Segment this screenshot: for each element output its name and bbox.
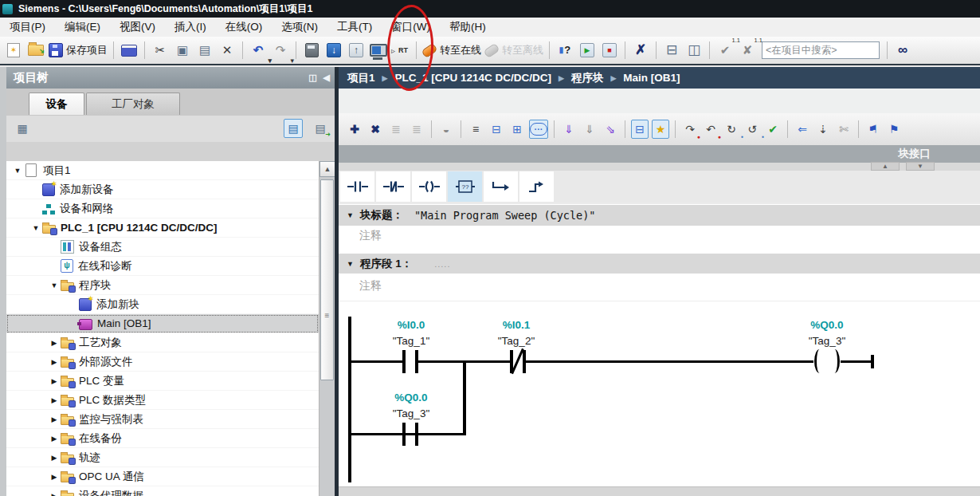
remove-online-assignment-button[interactable]: ✘1.1 <box>738 40 757 61</box>
split-editor-horizontal-button[interactable]: ⊟ <box>662 40 681 61</box>
coil-button[interactable] <box>412 171 446 202</box>
previous-bookmark-button[interactable]: ⚑ <box>864 120 882 139</box>
save-project-button[interactable]: 保存项目 <box>49 40 108 61</box>
open-project-button[interactable] <box>26 40 45 61</box>
tree-item-plc-data-types[interactable]: ▶PLC 数据类型 <box>6 391 319 410</box>
expand-open-icon[interactable]: ▼ <box>11 167 24 175</box>
tree-item-plc-tags[interactable]: ▶PLC 变量 <box>6 372 319 391</box>
tree-item-online-backups[interactable]: ▶在线备份 <box>6 429 319 448</box>
open-all-networks-button[interactable]: ⊞ <box>508 120 526 139</box>
tab-devices[interactable]: 设备 <box>29 93 84 115</box>
expand-closed-icon[interactable]: ▶ <box>48 415 61 423</box>
block-title-row[interactable]: ▼ 块标题： "Main Program Sweep (Cycle)" <box>339 204 980 226</box>
expand-closed-icon[interactable]: ▶ <box>48 473 61 481</box>
tree-scrollbar[interactable]: ▲ ≡ <box>319 161 335 496</box>
tree-item-device-proxy-data[interactable]: ▶设备代理数据 <box>6 486 319 496</box>
coil-address[interactable]: %Q0.0 <box>783 319 871 331</box>
tree-item-add-new-device[interactable]: 添加新设备 <box>6 180 319 199</box>
accessible-devices-button[interactable]: ? <box>555 40 574 61</box>
menu-project[interactable]: 项目(P) <box>0 18 55 36</box>
no-contact-element[interactable] <box>399 346 423 376</box>
go-offline-button[interactable]: 转至离线 <box>484 40 543 61</box>
download-to-device-button[interactable]: ↓ <box>324 40 343 61</box>
new-project-button[interactable]: ✶ <box>4 40 23 61</box>
network-1-header[interactable]: ▼ 程序段 1： ..... <box>339 254 980 274</box>
menu-insert[interactable]: 插入(I) <box>165 18 216 36</box>
redo-button[interactable]: ↷▾ <box>271 40 290 61</box>
start-cpu-button[interactable]: ▶ <box>578 40 597 61</box>
save-to-memory-card-button[interactable] <box>302 40 321 61</box>
menu-options[interactable]: 选项(N) <box>272 18 327 36</box>
synchronize-button[interactable]: ↺▪ <box>743 120 761 139</box>
dock-panel-icon[interactable]: ◫ <box>308 73 316 83</box>
expand-closed-icon[interactable]: ▶ <box>48 492 61 496</box>
project-search-input[interactable] <box>762 41 880 59</box>
retain-values-button[interactable]: ◒ <box>437 120 455 139</box>
nc-contact-button[interactable] <box>376 171 410 202</box>
breadcrumb-item-2[interactable]: 程序块 <box>571 71 604 85</box>
no-contact-button[interactable] <box>340 171 374 202</box>
menu-edit[interactable]: 编辑(E) <box>55 18 110 36</box>
goto-next-error-button[interactable]: ↷● <box>681 120 699 139</box>
tree-item-project-root[interactable]: ▼项目1 <box>6 161 319 180</box>
tree-item-program-blocks[interactable]: ▼程序块 <box>6 276 319 295</box>
nc-contact-element[interactable] <box>507 346 531 376</box>
contact1-address[interactable]: %I0.0 <box>367 319 455 331</box>
empty-box-button[interactable]: ?? <box>448 171 482 202</box>
download-without-reinit-button[interactable]: ⇓ <box>560 120 578 139</box>
stop-cpu-button[interactable]: ■ <box>600 40 619 61</box>
expand-closed-icon[interactable]: ▶ <box>48 339 61 347</box>
expand-closed-icon[interactable]: ▶ <box>48 454 61 462</box>
insert-row-button[interactable]: ≣ <box>387 120 405 139</box>
expand-closed-icon[interactable]: ▶ <box>48 435 61 443</box>
collapse-network-icon[interactable]: ▼ <box>347 260 354 268</box>
load-snapshots-button[interactable]: ⇓ <box>581 120 598 139</box>
scrollbar-thumb[interactable]: ≡ <box>320 179 334 380</box>
expand-open-icon[interactable]: ▼ <box>48 281 61 289</box>
compile-button[interactable]: ✔ <box>764 120 782 139</box>
expand-closed-icon[interactable]: ▶ <box>48 358 61 366</box>
block-interface-bar[interactable]: 块接口 <box>339 145 980 163</box>
cut-button[interactable]: ✂ <box>151 40 170 61</box>
split-network-button[interactable]: ✄ <box>835 120 853 139</box>
menu-online[interactable]: 在线(O) <box>216 18 272 36</box>
tree-item-device-configuration[interactable]: 设备组态 <box>6 238 319 257</box>
tree-item-add-new-block[interactable]: 添加新块 <box>6 295 319 314</box>
copy-button[interactable]: ▣ <box>173 40 192 61</box>
collapse-panel-icon[interactable]: ◀ <box>323 73 330 83</box>
expand-closed-icon[interactable]: ▶ <box>48 377 61 385</box>
collapse-interface-icon[interactable]: ▼ <box>906 162 935 171</box>
menu-help[interactable]: 帮助(H) <box>440 18 496 36</box>
tree-item-technology-objects[interactable]: ▶工艺对象 <box>6 333 319 352</box>
expand-closed-icon[interactable]: ▶ <box>48 396 61 404</box>
contact1-tag[interactable]: "Tag_1" <box>367 335 455 347</box>
coil-tag[interactable]: "Tag_3" <box>783 335 871 347</box>
coil-element[interactable] <box>811 346 843 376</box>
scroll-up-icon[interactable]: ▲ <box>319 161 335 177</box>
breadcrumb-item-3[interactable]: Main [OB1] <box>623 72 680 84</box>
close-branch-button[interactable] <box>519 171 554 202</box>
start-simulation-button[interactable] <box>369 40 388 61</box>
update-block-calls-button[interactable]: ↻▪ <box>723 120 740 139</box>
menu-window[interactable]: 窗口(W) <box>382 18 440 36</box>
goto-previous-error-button[interactable]: ↶● <box>702 120 719 139</box>
go-online-button[interactable]: 转至在线 <box>422 40 481 61</box>
branch-contact-tag[interactable]: "Tag_3" <box>367 407 455 419</box>
branch-no-contact-element[interactable] <box>399 419 423 449</box>
open-branch-button[interactable] <box>484 171 518 202</box>
split-editor-vertical-button[interactable]: ◫ <box>684 40 704 61</box>
breadcrumb-item-1[interactable]: PLC_1 [CPU 1214C DC/DC/DC] <box>394 72 551 84</box>
network-comment-field[interactable]: 注释 <box>339 274 980 301</box>
library-view-button[interactable]: ∞ <box>893 40 912 61</box>
block-title-value[interactable]: "Main Program Sweep (Cycle)" <box>414 209 596 222</box>
delete-button[interactable]: ✕ <box>218 40 237 61</box>
tree-options-icon[interactable]: ▦ <box>13 119 32 138</box>
expand-open-icon[interactable]: ▼ <box>29 224 42 232</box>
tree-item-devices-networks[interactable]: 设备和网络 <box>6 199 319 218</box>
contact2-address[interactable]: %I0.1 <box>472 319 560 331</box>
breadcrumb-item-0[interactable]: 项目1 <box>347 71 375 85</box>
print-button[interactable] <box>120 40 139 61</box>
network-1-title-dots[interactable]: ..... <box>434 259 450 269</box>
delete-network-button[interactable]: ✖ <box>367 120 384 139</box>
menu-view[interactable]: 视图(V) <box>110 18 165 36</box>
